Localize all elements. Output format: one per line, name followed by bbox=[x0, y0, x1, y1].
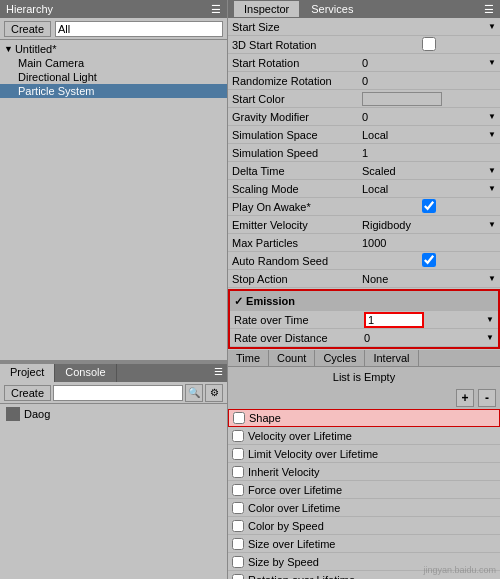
module-limit-velocity-lifetime[interactable]: Limit Velocity over Lifetime bbox=[228, 445, 500, 463]
module-color-speed[interactable]: Color by Speed bbox=[228, 517, 500, 535]
prop-scaling-mode: Scaling Mode Local ▼ bbox=[228, 180, 500, 198]
chevron-down-icon: ▼ bbox=[488, 166, 496, 175]
project-search-input[interactable] bbox=[53, 385, 183, 401]
color-swatch[interactable] bbox=[362, 92, 442, 106]
hierarchy-create-button[interactable]: Create bbox=[4, 21, 51, 37]
inspector-header: Inspector Services ☰ bbox=[228, 0, 500, 18]
dropdown-start-size[interactable]: ▼ bbox=[362, 22, 496, 31]
prop-simulation-speed: Simulation Speed 1 bbox=[228, 144, 500, 162]
checkbox-rotation-lifetime[interactable] bbox=[232, 574, 244, 580]
burst-tab-time[interactable]: Time bbox=[228, 350, 269, 366]
checkbox-play-on-awake[interactable] bbox=[362, 199, 496, 213]
prop-start-size: Start Size ▼ bbox=[228, 18, 500, 36]
prop-label: Randomize Rotation bbox=[232, 75, 362, 87]
checkbox-velocity-lifetime[interactable] bbox=[232, 430, 244, 442]
checkbox-force-lifetime[interactable] bbox=[232, 484, 244, 496]
checkbox-inherit-velocity[interactable] bbox=[232, 466, 244, 478]
prop-value: 1 bbox=[362, 147, 496, 159]
watermark: jingyan.baidu.com bbox=[423, 565, 496, 575]
chevron-down-icon: ▼ bbox=[486, 315, 494, 324]
burst-tab-cycles[interactable]: Cycles bbox=[315, 350, 365, 366]
asset-daog[interactable]: Daog bbox=[4, 406, 223, 422]
tree-item-particle-system[interactable]: Particle System bbox=[0, 84, 227, 98]
prop-label: Play On Awake* bbox=[232, 201, 362, 213]
tree-item-label: Directional Light bbox=[18, 71, 97, 83]
module-force-lifetime[interactable]: Force over Lifetime bbox=[228, 481, 500, 499]
dropdown-simulation-space[interactable]: Local ▼ bbox=[362, 129, 496, 141]
inspector-tabs-header: Inspector Services bbox=[234, 1, 363, 17]
burst-tab-interval[interactable]: Interval bbox=[365, 350, 418, 366]
bursts-tabs: Time Count Cycles Interval bbox=[228, 350, 500, 367]
prop-simulation-space: Simulation Space Local ▼ bbox=[228, 126, 500, 144]
dropdown-scaling-mode[interactable]: Local ▼ bbox=[362, 183, 496, 195]
checkbox-auto-random-seed[interactable] bbox=[362, 253, 496, 267]
tab-services[interactable]: Services bbox=[301, 1, 363, 17]
prop-label: Emitter Velocity bbox=[232, 219, 362, 231]
prop-value: 0 bbox=[362, 75, 496, 87]
checkbox-color-speed[interactable] bbox=[232, 520, 244, 532]
prop-value[interactable] bbox=[362, 37, 496, 53]
module-label: Limit Velocity over Lifetime bbox=[248, 448, 378, 460]
module-inherit-velocity[interactable]: Inherit Velocity bbox=[228, 463, 500, 481]
module-shape[interactable]: Shape bbox=[228, 409, 500, 427]
tree-item-directional-light[interactable]: Directional Light bbox=[0, 70, 227, 84]
checkbox-shape[interactable] bbox=[233, 412, 245, 424]
prop-gravity-modifier: Gravity Modifier 0 ▼ bbox=[228, 108, 500, 126]
prop-label: Simulation Space bbox=[232, 129, 362, 141]
left-panel: Hierarchy ☰ Create ▼ Untitled* Main Came… bbox=[0, 0, 228, 579]
module-velocity-lifetime[interactable]: Velocity over Lifetime bbox=[228, 427, 500, 445]
prop-value: ▼ bbox=[362, 22, 496, 31]
add-burst-button[interactable]: + bbox=[456, 389, 474, 407]
prop-delta-time: Delta Time Scaled ▼ bbox=[228, 162, 500, 180]
prop-label: Auto Random Seed bbox=[232, 255, 362, 267]
checkbox-limit-velocity-lifetime[interactable] bbox=[232, 448, 244, 460]
module-label: Force over Lifetime bbox=[248, 484, 342, 496]
prop-emitter-velocity: Emitter Velocity Rigidbody ▼ bbox=[228, 216, 500, 234]
tree-item-main-camera[interactable]: Main Camera bbox=[0, 56, 227, 70]
rate-over-time-value-container: 1 bbox=[364, 312, 484, 328]
burst-tab-count[interactable]: Count bbox=[269, 350, 315, 366]
options-icon[interactable]: ⚙ bbox=[205, 384, 223, 402]
module-label: Color over Lifetime bbox=[248, 502, 340, 514]
checkbox-color-lifetime[interactable] bbox=[232, 502, 244, 514]
hierarchy-search-input[interactable] bbox=[55, 21, 223, 37]
rate-over-time-label: Rate over Time bbox=[234, 314, 364, 326]
dropdown-start-rotation[interactable]: 0 ▼ bbox=[362, 57, 496, 69]
rate-over-time-input[interactable]: 1 bbox=[364, 312, 424, 328]
prop-label: Scaling Mode bbox=[232, 183, 362, 195]
dropdown-emitter-velocity[interactable]: Rigidbody ▼ bbox=[362, 219, 496, 231]
tree-item-untitled[interactable]: ▼ Untitled* bbox=[0, 42, 227, 56]
project-toolbar: Create 🔍 ⚙ bbox=[0, 382, 227, 404]
tab-project[interactable]: Project bbox=[0, 364, 55, 382]
emission-header[interactable]: ✓ Emission bbox=[230, 291, 498, 311]
module-color-lifetime[interactable]: Color over Lifetime bbox=[228, 499, 500, 517]
project-menu-icon: ☰ bbox=[210, 364, 227, 382]
dropdown-delta-time[interactable]: Scaled ▼ bbox=[362, 165, 496, 177]
rate-over-time-row: Rate over Time 1 ▼ bbox=[230, 311, 498, 329]
checkbox-size-speed[interactable] bbox=[232, 556, 244, 568]
search-icon[interactable]: 🔍 bbox=[185, 384, 203, 402]
prop-label: Start Color bbox=[232, 93, 362, 105]
checkbox-size-lifetime[interactable] bbox=[232, 538, 244, 550]
prop-value: None ▼ bbox=[362, 273, 496, 285]
project-create-button[interactable]: Create bbox=[4, 385, 51, 401]
module-label: Velocity over Lifetime bbox=[248, 430, 352, 442]
prop-value bbox=[362, 253, 496, 269]
checkbox-3d-rotation[interactable] bbox=[362, 37, 496, 51]
module-label: Color by Speed bbox=[248, 520, 324, 532]
dropdown-stop-action[interactable]: None ▼ bbox=[362, 273, 496, 285]
remove-burst-button[interactable]: - bbox=[478, 389, 496, 407]
rate-over-distance-row: Rate over Distance 0 ▼ bbox=[230, 329, 498, 347]
tab-console[interactable]: Console bbox=[55, 364, 116, 382]
prop-start-color: Start Color bbox=[228, 90, 500, 108]
prop-label: 3D Start Rotation bbox=[232, 39, 362, 51]
hierarchy-panel: Hierarchy ☰ Create ▼ Untitled* Main Came… bbox=[0, 0, 228, 360]
dropdown-gravity[interactable]: 0 ▼ bbox=[362, 111, 496, 123]
bursts-section: Time Count Cycles Interval List is Empty… bbox=[228, 350, 500, 409]
hierarchy-items: ▼ Untitled* Main Camera Directional Ligh… bbox=[0, 40, 227, 360]
prop-value bbox=[362, 92, 496, 106]
module-size-lifetime[interactable]: Size over Lifetime bbox=[228, 535, 500, 553]
tab-inspector[interactable]: Inspector bbox=[234, 1, 299, 17]
prop-play-on-awake: Play On Awake* bbox=[228, 198, 500, 216]
chevron-down-icon: ▼ bbox=[488, 220, 496, 229]
